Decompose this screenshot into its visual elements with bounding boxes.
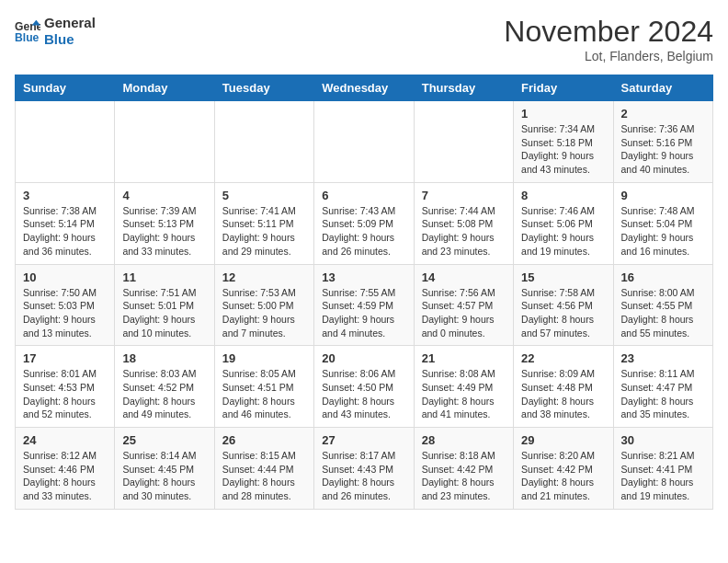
calendar-cell: 30Sunrise: 8:21 AM Sunset: 4:41 PM Dayli… xyxy=(613,428,712,510)
day-number: 23 xyxy=(621,351,705,365)
day-info: Sunrise: 8:12 AM Sunset: 4:46 PM Dayligh… xyxy=(23,449,107,503)
week-row-5: 24Sunrise: 8:12 AM Sunset: 4:46 PM Dayli… xyxy=(16,428,713,510)
day-info: Sunrise: 7:51 AM Sunset: 5:01 PM Dayligh… xyxy=(122,286,206,340)
day-number: 8 xyxy=(521,189,605,202)
calendar-cell: 16Sunrise: 8:00 AM Sunset: 4:55 PM Dayli… xyxy=(613,264,712,346)
day-number: 11 xyxy=(122,270,206,284)
logo-blue: Blue xyxy=(44,31,96,48)
calendar-cell: 21Sunrise: 8:08 AM Sunset: 4:49 PM Dayli… xyxy=(414,346,513,428)
week-row-1: 1Sunrise: 7:34 AM Sunset: 5:18 PM Daylig… xyxy=(16,101,713,183)
day-number: 2 xyxy=(621,107,705,121)
calendar-cell: 22Sunrise: 8:09 AM Sunset: 4:48 PM Dayli… xyxy=(514,346,613,428)
calendar-cell: 24Sunrise: 8:12 AM Sunset: 4:46 PM Dayli… xyxy=(16,428,115,510)
calendar-cell: 19Sunrise: 8:05 AM Sunset: 4:51 PM Dayli… xyxy=(214,346,313,428)
weekday-header-thursday: Thursday xyxy=(414,75,513,101)
weekday-header-sunday: Sunday xyxy=(16,75,115,101)
calendar-cell xyxy=(314,101,414,183)
day-number: 27 xyxy=(322,433,405,447)
day-info: Sunrise: 8:03 AM Sunset: 4:52 PM Dayligh… xyxy=(122,367,206,421)
day-number: 7 xyxy=(422,189,506,202)
day-info: Sunrise: 8:05 AM Sunset: 4:51 PM Dayligh… xyxy=(222,367,306,421)
day-number: 28 xyxy=(422,433,506,447)
month-title: November 2024 xyxy=(504,15,713,49)
day-number: 3 xyxy=(23,189,107,202)
weekday-header-friday: Friday xyxy=(514,75,613,101)
day-info: Sunrise: 8:18 AM Sunset: 4:42 PM Dayligh… xyxy=(422,449,506,503)
day-info: Sunrise: 8:06 AM Sunset: 4:50 PM Dayligh… xyxy=(322,367,405,421)
day-info: Sunrise: 7:44 AM Sunset: 5:08 PM Dayligh… xyxy=(422,204,506,259)
day-info: Sunrise: 8:00 AM Sunset: 4:55 PM Dayligh… xyxy=(621,286,705,340)
calendar-cell: 6Sunrise: 7:43 AM Sunset: 5:09 PM Daylig… xyxy=(314,182,414,264)
day-info: Sunrise: 7:34 AM Sunset: 5:18 PM Dayligh… xyxy=(521,122,605,177)
day-info: Sunrise: 7:46 AM Sunset: 5:06 PM Dayligh… xyxy=(521,204,605,259)
day-number: 10 xyxy=(23,270,107,284)
calendar-cell: 23Sunrise: 8:11 AM Sunset: 4:47 PM Dayli… xyxy=(613,346,712,428)
week-row-2: 3Sunrise: 7:38 AM Sunset: 5:14 PM Daylig… xyxy=(16,182,713,264)
day-info: Sunrise: 7:43 AM Sunset: 5:09 PM Dayligh… xyxy=(322,204,405,259)
calendar-cell: 8Sunrise: 7:46 AM Sunset: 5:06 PM Daylig… xyxy=(514,182,613,264)
day-number: 16 xyxy=(621,270,705,284)
day-info: Sunrise: 7:48 AM Sunset: 5:04 PM Dayligh… xyxy=(621,204,705,259)
calendar-cell: 3Sunrise: 7:38 AM Sunset: 5:14 PM Daylig… xyxy=(16,182,115,264)
weekday-header-tuesday: Tuesday xyxy=(214,75,313,101)
title-block: November 2024 Lot, Flanders, Belgium xyxy=(504,15,713,63)
day-info: Sunrise: 7:58 AM Sunset: 4:56 PM Dayligh… xyxy=(521,286,605,340)
calendar-cell: 15Sunrise: 7:58 AM Sunset: 4:56 PM Dayli… xyxy=(514,264,613,346)
logo-icon: General Blue xyxy=(15,18,40,44)
logo-general: General xyxy=(44,15,96,31)
weekday-header-row: SundayMondayTuesdayWednesdayThursdayFrid… xyxy=(16,75,713,101)
calendar-table: SundayMondayTuesdayWednesdayThursdayFrid… xyxy=(15,75,713,510)
day-info: Sunrise: 8:08 AM Sunset: 4:49 PM Dayligh… xyxy=(422,367,506,421)
calendar-cell: 7Sunrise: 7:44 AM Sunset: 5:08 PM Daylig… xyxy=(414,182,513,264)
day-info: Sunrise: 8:11 AM Sunset: 4:47 PM Dayligh… xyxy=(621,367,705,421)
day-info: Sunrise: 8:01 AM Sunset: 4:53 PM Dayligh… xyxy=(23,367,107,421)
day-number: 17 xyxy=(23,351,107,365)
weekday-header-monday: Monday xyxy=(115,75,214,101)
logo: General Blue General Blue xyxy=(15,15,96,48)
calendar-cell xyxy=(414,101,513,183)
calendar-cell: 1Sunrise: 7:34 AM Sunset: 5:18 PM Daylig… xyxy=(514,101,613,183)
day-number: 14 xyxy=(422,270,506,284)
calendar-cell: 18Sunrise: 8:03 AM Sunset: 4:52 PM Dayli… xyxy=(115,346,214,428)
day-number: 6 xyxy=(322,189,405,202)
calendar-cell: 10Sunrise: 7:50 AM Sunset: 5:03 PM Dayli… xyxy=(16,264,115,346)
day-info: Sunrise: 7:50 AM Sunset: 5:03 PM Dayligh… xyxy=(23,286,107,340)
calendar-cell: 17Sunrise: 8:01 AM Sunset: 4:53 PM Dayli… xyxy=(16,346,115,428)
page-header: General Blue General Blue November 2024 … xyxy=(15,15,713,63)
calendar-cell: 4Sunrise: 7:39 AM Sunset: 5:13 PM Daylig… xyxy=(115,182,214,264)
calendar-cell: 29Sunrise: 8:20 AM Sunset: 4:42 PM Dayli… xyxy=(514,428,613,510)
day-info: Sunrise: 7:56 AM Sunset: 4:57 PM Dayligh… xyxy=(422,286,506,340)
calendar-cell: 2Sunrise: 7:36 AM Sunset: 5:16 PM Daylig… xyxy=(613,101,712,183)
day-number: 21 xyxy=(422,351,506,365)
calendar-cell: 11Sunrise: 7:51 AM Sunset: 5:01 PM Dayli… xyxy=(115,264,214,346)
calendar-cell: 14Sunrise: 7:56 AM Sunset: 4:57 PM Dayli… xyxy=(414,264,513,346)
calendar-cell: 28Sunrise: 8:18 AM Sunset: 4:42 PM Dayli… xyxy=(414,428,513,510)
svg-text:Blue: Blue xyxy=(15,31,40,44)
day-info: Sunrise: 7:41 AM Sunset: 5:11 PM Dayligh… xyxy=(222,204,306,259)
day-info: Sunrise: 7:39 AM Sunset: 5:13 PM Dayligh… xyxy=(122,204,206,259)
day-info: Sunrise: 7:53 AM Sunset: 5:00 PM Dayligh… xyxy=(222,286,306,340)
day-info: Sunrise: 8:09 AM Sunset: 4:48 PM Dayligh… xyxy=(521,367,605,421)
day-number: 1 xyxy=(521,107,605,121)
day-info: Sunrise: 7:36 AM Sunset: 5:16 PM Dayligh… xyxy=(621,122,705,177)
calendar-cell xyxy=(214,101,313,183)
day-number: 15 xyxy=(521,270,605,284)
day-number: 22 xyxy=(521,351,605,365)
weekday-header-wednesday: Wednesday xyxy=(314,75,414,101)
day-number: 19 xyxy=(222,351,306,365)
calendar-cell: 26Sunrise: 8:15 AM Sunset: 4:44 PM Dayli… xyxy=(214,428,313,510)
calendar-cell: 9Sunrise: 7:48 AM Sunset: 5:04 PM Daylig… xyxy=(613,182,712,264)
day-info: Sunrise: 8:14 AM Sunset: 4:45 PM Dayligh… xyxy=(122,449,206,503)
day-number: 12 xyxy=(222,270,306,284)
calendar-cell xyxy=(16,101,115,183)
calendar-cell: 20Sunrise: 8:06 AM Sunset: 4:50 PM Dayli… xyxy=(314,346,414,428)
day-info: Sunrise: 7:55 AM Sunset: 4:59 PM Dayligh… xyxy=(322,286,405,340)
day-info: Sunrise: 8:21 AM Sunset: 4:41 PM Dayligh… xyxy=(621,449,705,503)
day-number: 29 xyxy=(521,433,605,447)
calendar-cell: 13Sunrise: 7:55 AM Sunset: 4:59 PM Dayli… xyxy=(314,264,414,346)
day-number: 25 xyxy=(122,433,206,447)
week-row-3: 10Sunrise: 7:50 AM Sunset: 5:03 PM Dayli… xyxy=(16,264,713,346)
calendar-cell: 5Sunrise: 7:41 AM Sunset: 5:11 PM Daylig… xyxy=(214,182,313,264)
day-number: 24 xyxy=(23,433,107,447)
day-number: 5 xyxy=(222,189,306,202)
